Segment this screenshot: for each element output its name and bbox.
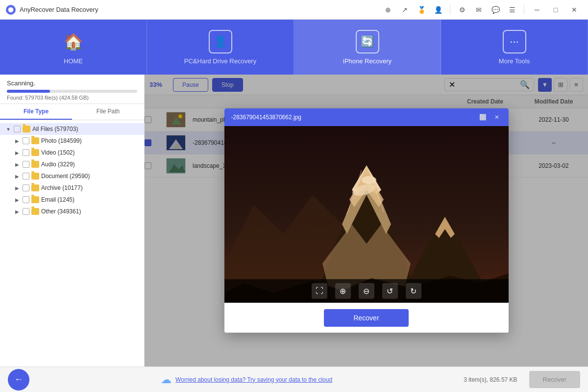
email-folder-icon (31, 196, 39, 203)
all-files-label: All Files (579703) (32, 126, 139, 132)
back-button[interactable]: ← (8, 369, 29, 391)
tab-file-path[interactable]: File Path (72, 104, 144, 120)
tree-item-video[interactable]: ▶ Video (1502) (0, 147, 144, 158)
email-label: Email (1245) (41, 196, 139, 203)
svg-point-0 (8, 7, 14, 12)
settings-icon[interactable]: ⚙ (455, 3, 469, 17)
photo-folder-icon (31, 137, 39, 144)
tree-item-archive[interactable]: ▶ Archive (10177) (0, 182, 144, 194)
share-icon[interactable]: ↗ (398, 3, 412, 17)
document-folder-icon (31, 173, 39, 180)
app-logo (6, 5, 16, 15)
chevron-right-icon7: ▶ (14, 208, 21, 215)
archive-checkbox[interactable] (23, 184, 29, 191)
fullscreen-icon[interactable]: ⛶ (312, 283, 327, 299)
chevron-down-icon: ▼ (5, 126, 12, 132)
nav-iphone-recovery[interactable]: 🔄 iPhone Recovery (294, 20, 441, 75)
sidebar: Scanning. Found: 579703 file(s) (424.58 … (0, 75, 145, 366)
document-label: Document (29590) (41, 173, 139, 180)
recover-bottom-button[interactable]: Recover (529, 371, 580, 388)
close-button[interactable]: ✕ (566, 3, 582, 17)
nav-more-tools[interactable]: ··· More Tools (441, 20, 588, 75)
modal-header: -283679041453870662.jpg ⬜ ✕ (224, 108, 509, 126)
rotate-right-icon[interactable]: ↻ (406, 283, 421, 299)
nav-iphone-label: iPhone Recovery (343, 57, 392, 65)
menu-icon[interactable]: ☰ (505, 3, 519, 17)
file-tree: ▼ All Files (579703) ▶ Photo (184599) ▶ … (0, 120, 144, 366)
modal-image-area: ⛶ ⊕ ⊖ ↺ ↻ (224, 126, 509, 303)
video-folder-icon (31, 149, 39, 156)
photo-label: Photo (184599) (41, 137, 139, 144)
tree-item-audio[interactable]: ▶ Audio (3229) (0, 158, 144, 170)
archive-label: Archive (10177) (41, 184, 139, 191)
zoom-out-icon[interactable]: ⊖ (359, 283, 374, 299)
chevron-right-icon6: ▶ (14, 196, 21, 203)
nav-more-label: More Tools (499, 57, 530, 65)
title-bar-left: AnyRecover Data Recovery (6, 5, 98, 15)
award-icon[interactable]: 🏅 (415, 3, 428, 17)
scanning-text: Scanning. (7, 79, 137, 87)
recover-modal-button[interactable]: Recover (324, 309, 408, 327)
other-label: Other (349361) (41, 208, 139, 215)
preview-image (224, 126, 509, 303)
audio-folder-icon (31, 161, 39, 168)
all-files-checkbox[interactable] (14, 126, 21, 132)
archive-folder-icon (31, 184, 39, 191)
video-checkbox[interactable] (23, 149, 29, 156)
item-count: 3 item(s), 826.57 KB (464, 376, 517, 383)
cloud-message: ☁ Worried about losing data? Try saving … (35, 373, 458, 386)
folder-icon (23, 126, 30, 132)
nav-home[interactable]: 🏠 HOME (0, 20, 147, 75)
image-controls: ⛶ ⊕ ⊖ ↺ ↻ (224, 279, 509, 303)
modal-filename: -283679041453870662.jpg (231, 114, 301, 121)
chevron-right-icon5: ▶ (14, 184, 21, 191)
modal-controls: ⬜ ✕ (478, 112, 502, 122)
tree-item-all-files[interactable]: ▼ All Files (579703) (0, 123, 144, 135)
modal-close-icon[interactable]: ✕ (492, 112, 502, 122)
app-title: AnyRecover Data Recovery (20, 6, 98, 13)
audio-checkbox[interactable] (23, 161, 29, 168)
cloud-text[interactable]: Worried about losing data? Try saving yo… (175, 376, 332, 383)
chevron-right-icon4: ▶ (14, 173, 21, 180)
zoom-in-icon[interactable]: ⊕ (335, 283, 351, 299)
pc-recovery-icon: 👤 (209, 30, 232, 53)
separator (450, 5, 450, 15)
email-checkbox[interactable] (23, 196, 29, 203)
title-bar: AnyRecover Data Recovery ⊕ ↗ 🏅 👤 ⚙ ✉ 💬 ☰… (0, 0, 588, 20)
cloud-icon: ☁ (161, 373, 172, 386)
rotate-left-icon[interactable]: ↺ (382, 283, 398, 299)
preview-modal: -283679041453870662.jpg ⬜ ✕ (224, 108, 509, 333)
modal-restore-icon[interactable]: ⬜ (478, 112, 488, 122)
content-pane: 33% Pause Stop ✕ 🔍 ▼ ⊞ ≡ Created Date Mo… (145, 75, 588, 366)
nav-home-label: HOME (64, 57, 83, 65)
found-text: Found: 579703 file(s) (424.58 GB) (7, 95, 137, 101)
minimize-button[interactable]: ─ (529, 3, 545, 17)
separator2 (524, 5, 524, 15)
modal-footer: Recover (224, 303, 509, 333)
more-tools-icon: ··· (503, 30, 526, 53)
other-checkbox[interactable] (23, 208, 29, 215)
nav-pc-recovery[interactable]: 👤 PC&Hard Drive Recovery (147, 20, 294, 75)
chat-icon[interactable]: 💬 (489, 3, 502, 17)
modal-overlay: -283679041453870662.jpg ⬜ ✕ (145, 75, 588, 366)
email-icon[interactable]: ✉ (472, 3, 486, 17)
tab-file-type[interactable]: File Type (0, 104, 72, 120)
user-icon[interactable]: 👤 (431, 3, 445, 17)
tree-item-other[interactable]: ▶ Other (349361) (0, 206, 144, 217)
chevron-right-icon2: ▶ (14, 149, 21, 156)
iphone-recovery-icon: 🔄 (356, 30, 379, 53)
svg-point-18 (362, 176, 376, 184)
discord-icon[interactable]: ⊕ (381, 3, 395, 17)
progress-bar-container (7, 90, 137, 93)
maximize-button[interactable]: □ (548, 3, 564, 17)
document-checkbox[interactable] (23, 173, 29, 180)
tree-item-document[interactable]: ▶ Document (29590) (0, 170, 144, 182)
sidebar-tabs: File Type File Path (0, 104, 144, 120)
tree-item-photo[interactable]: ▶ Photo (184599) (0, 135, 144, 147)
progress-bar-fill (7, 90, 50, 93)
video-label: Video (1502) (41, 149, 139, 156)
photo-checkbox[interactable] (23, 137, 29, 144)
tree-item-email[interactable]: ▶ Email (1245) (0, 194, 144, 206)
status-bar: ← ☁ Worried about losing data? Try savin… (0, 366, 588, 392)
title-bar-right: ⊕ ↗ 🏅 👤 ⚙ ✉ 💬 ☰ ─ □ ✕ (381, 3, 582, 17)
